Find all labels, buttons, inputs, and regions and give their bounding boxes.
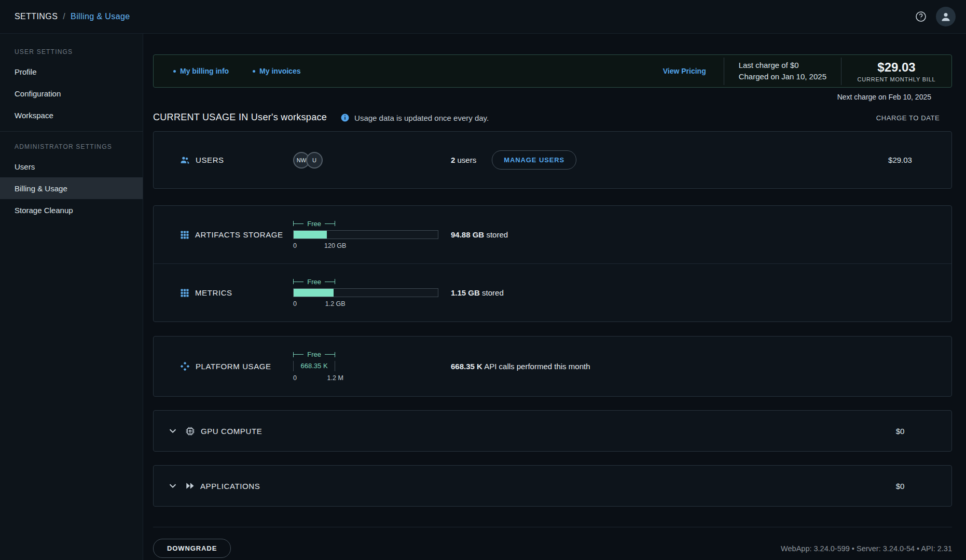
sidebar-item-configuration[interactable]: Configuration	[0, 82, 143, 104]
applications-card: APPLICATIONS $0	[153, 465, 952, 507]
artifacts-progress-fill	[294, 231, 327, 239]
platform-calls-text: 668.35 K API calls performed this month	[451, 362, 856, 371]
platform-diamonds-icon	[180, 361, 190, 372]
gpu-label: GPU COMPUTE	[201, 427, 262, 436]
sidebar-item-billing-usage[interactable]: Billing & Usage	[0, 177, 143, 199]
users-icon	[180, 155, 190, 165]
platform-usage-meter: Free 668.35 K 0 1.2 M	[293, 351, 438, 382]
storage-grid-icon	[180, 230, 190, 240]
breadcrumb: SETTINGS / Billing & Usage	[15, 12, 130, 21]
platform-label: PLATFORM USAGE	[196, 362, 271, 371]
billing-summary-card: My billing info My invoices View Pricing…	[153, 54, 952, 88]
chevron-down-icon[interactable]	[167, 425, 178, 437]
applications-row[interactable]: APPLICATIONS $0	[154, 466, 951, 506]
current-monthly-bill: $29.03 CURRENT MONTHLY BILL	[841, 60, 951, 82]
last-charge-info: Last charge of $0 Charged on Jan 10, 202…	[724, 58, 841, 85]
applications-label: APPLICATIONS	[200, 482, 260, 491]
user-avatar-icon[interactable]	[936, 7, 956, 26]
metrics-stored-text: 1.15 GB stored	[451, 288, 856, 297]
my-billing-info-link[interactable]: My billing info	[173, 67, 229, 75]
metrics-progress-fill	[294, 289, 334, 297]
footer-divider	[153, 527, 952, 527]
free-tier-bracket: Free	[293, 278, 335, 286]
billing-usage-page: My billing info My invoices View Pricing…	[143, 34, 966, 560]
usage-info-note: Usage data is updated once every day.	[340, 113, 489, 123]
users-usage-card: USERS NW U 2 users MANAGE USERS $29.03	[153, 131, 952, 189]
breadcrumb-settings-link[interactable]: SETTINGS	[15, 12, 58, 21]
topbar: SETTINGS / Billing & Usage	[0, 0, 966, 34]
billing-links: My billing info My invoices	[173, 67, 300, 75]
next-charge-note: Next charge on Feb 10, 2025	[153, 88, 952, 104]
user-avatars: NW U	[293, 152, 451, 169]
footer-bar: DOWNGRADE WebApp: 3.24.0-599 • Server: 3…	[153, 539, 952, 558]
artifacts-storage-row: ARTIFACTS STORAGE Free 0 120 GB 94.88 GB…	[154, 206, 951, 263]
artifacts-stored-text: 94.88 GB stored	[451, 230, 856, 239]
gpu-compute-card: GPU COMPUTE $0	[153, 410, 952, 452]
manage-users-button[interactable]: MANAGE USERS	[492, 150, 576, 170]
metrics-label: METRICS	[195, 288, 232, 297]
artifacts-label: ARTIFACTS STORAGE	[195, 230, 283, 239]
metrics-progress-bar	[293, 288, 438, 297]
users-row-label: USERS	[180, 155, 293, 165]
settings-sidebar: USER SETTINGS Profile Configuration Work…	[0, 34, 143, 560]
applications-charge: $0	[856, 482, 944, 491]
chevron-down-icon[interactable]	[167, 480, 178, 492]
bullet-icon	[253, 70, 255, 73]
users-label: USERS	[196, 156, 224, 164]
sidebar-item-profile[interactable]: Profile	[0, 61, 143, 82]
free-tier-bracket: Free	[293, 220, 335, 228]
usage-section-title: CURRENT USAGE IN User's workspace	[153, 112, 327, 123]
artifacts-usage-bar: Free 0 120 GB	[293, 220, 438, 250]
usage-header: CURRENT USAGE IN User's workspace Usage …	[153, 107, 952, 123]
topbar-actions	[914, 7, 956, 26]
sidebar-item-workspace[interactable]: Workspace	[0, 104, 143, 126]
platform-usage-card: PLATFORM USAGE Free 668.35 K 0 1.2 M 668…	[153, 336, 952, 397]
artifacts-row-label: ARTIFACTS STORAGE	[180, 230, 293, 240]
current-bill-amount: $29.03	[841, 60, 951, 75]
billing-summary-right: View Pricing Last charge of $0 Charged o…	[663, 58, 951, 85]
downgrade-button[interactable]: DOWNGRADE	[153, 539, 231, 558]
avatar-u: U	[306, 152, 323, 169]
artifacts-scale: 0 120 GB	[293, 242, 438, 250]
current-bill-caption: CURRENT MONTHLY BILL	[841, 76, 951, 82]
users-info: 2 users MANAGE USERS	[451, 150, 856, 170]
platform-scale: 0 1.2 M	[293, 374, 438, 382]
breadcrumb-current-page: Billing & Usage	[71, 12, 130, 21]
platform-usage-row: PLATFORM USAGE Free 668.35 K 0 1.2 M 668…	[154, 337, 951, 396]
applications-row-label: APPLICATIONS	[185, 481, 260, 491]
help-icon[interactable]	[914, 10, 928, 23]
version-info: WebApp: 3.24.0-599 • Server: 3.24.0-54 •…	[781, 544, 952, 553]
users-row: USERS NW U 2 users MANAGE USERS $29.03	[154, 132, 951, 188]
metrics-row-label: METRICS	[180, 288, 293, 298]
last-charge-line2: Charged on Jan 10, 2025	[739, 71, 826, 83]
breadcrumb-separator: /	[63, 12, 65, 21]
info-icon	[340, 113, 350, 122]
free-tier-bracket: Free	[293, 351, 335, 358]
metrics-grid-icon	[180, 288, 190, 298]
metrics-row: METRICS Free 0 1.2 GB 1.15 GB stored	[154, 264, 951, 321]
applications-icon	[185, 481, 195, 491]
metrics-usage-bar: Free 0 1.2 GB	[293, 278, 438, 308]
sidebar-item-users[interactable]: Users	[0, 156, 143, 177]
platform-row-label: PLATFORM USAGE	[180, 361, 293, 372]
gpu-row-label: GPU COMPUTE	[185, 426, 262, 437]
view-pricing-link[interactable]: View Pricing	[663, 67, 706, 75]
sidebar-section-admin-settings: ADMINISTRATOR SETTINGS	[0, 137, 143, 156]
bullet-icon	[173, 70, 176, 73]
gpu-chip-icon	[185, 426, 196, 437]
last-charge-line1: Last charge of $0	[739, 60, 826, 72]
sidebar-divider	[0, 131, 143, 132]
my-invoices-link[interactable]: My invoices	[253, 67, 300, 75]
gpu-charge: $0	[856, 427, 944, 436]
sidebar-section-user-settings: USER SETTINGS	[0, 42, 143, 61]
storage-usage-card: ARTIFACTS STORAGE Free 0 120 GB 94.88 GB…	[153, 205, 952, 322]
users-charge: $29.03	[856, 156, 944, 164]
platform-usage-value: 668.35 K	[293, 361, 335, 371]
gpu-compute-row[interactable]: GPU COMPUTE $0	[154, 411, 951, 451]
sidebar-item-storage-cleanup[interactable]: Storage Cleanup	[0, 199, 143, 221]
metrics-scale: 0 1.2 GB	[293, 300, 438, 308]
users-count: 2 users	[451, 156, 476, 164]
artifacts-progress-bar	[293, 230, 438, 239]
charge-to-date-label: CHARGE TO DATE	[864, 114, 952, 123]
